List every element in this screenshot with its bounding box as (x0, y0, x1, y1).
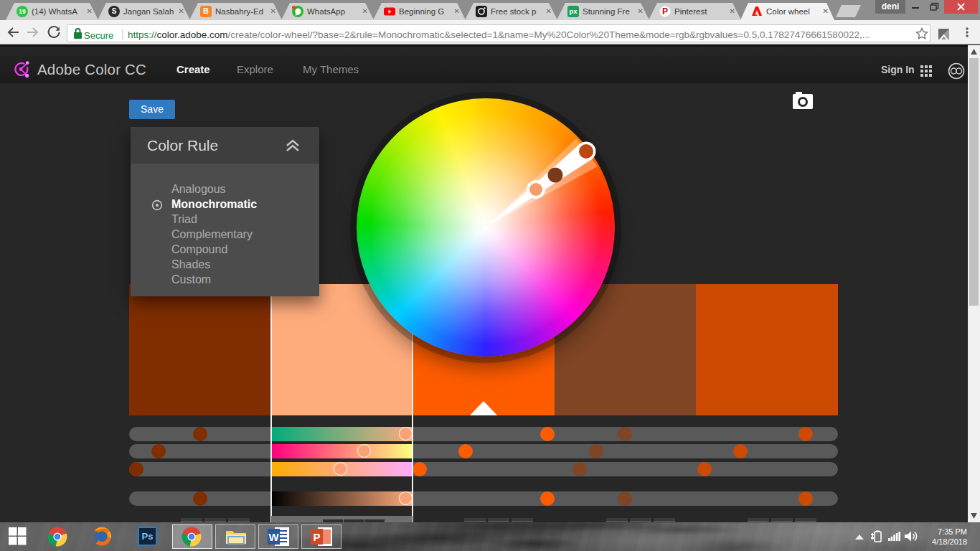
svg-text:W: W (268, 531, 279, 543)
svg-text:P: P (313, 531, 320, 543)
